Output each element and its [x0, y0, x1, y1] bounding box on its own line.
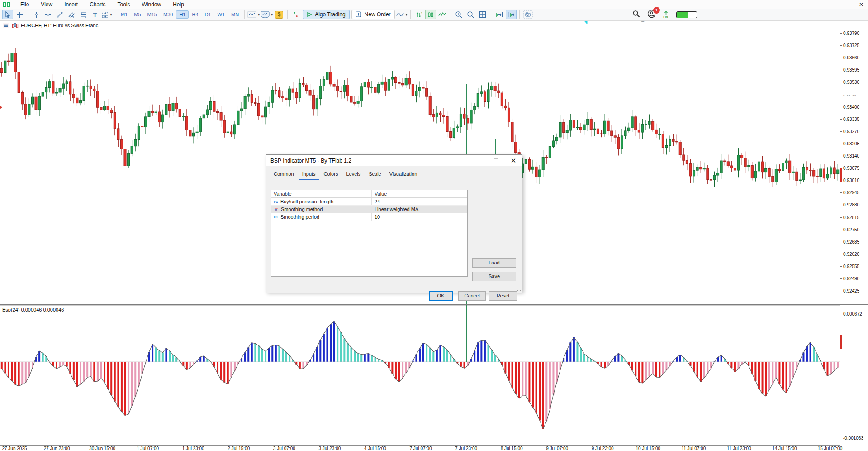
- param-value[interactable]: 10: [372, 214, 467, 220]
- crosshair-icon[interactable]: [14, 10, 25, 19]
- horizontal-line-tool-icon[interactable]: [43, 10, 53, 19]
- price-axis-label: 0.92620: [843, 251, 859, 256]
- mt5-window: FileViewInsertChartsToolsWindowHelp – ✕: [0, 0, 868, 451]
- timeframe-h1[interactable]: H1: [176, 10, 189, 19]
- time-axis-label: 1 Jul 07:00: [137, 446, 159, 451]
- table-row[interactable]: 01Smoothing period10: [271, 213, 467, 221]
- close-icon[interactable]: ✕: [856, 1, 866, 8]
- menu-item-insert[interactable]: Insert: [58, 1, 84, 8]
- price-axis-label: 0.93205: [843, 141, 859, 146]
- cursor-icon[interactable]: [2, 10, 13, 19]
- price-axis-label: 0.93660: [843, 55, 859, 60]
- shapes-tool-icon[interactable]: ▾: [101, 10, 112, 19]
- column-header-value: Value: [372, 191, 467, 197]
- indicator-axis-label: -0.001063: [843, 435, 863, 440]
- zoom-in-icon[interactable]: [454, 10, 465, 19]
- chart-line-type-icon[interactable]: ▾: [247, 10, 260, 19]
- fibonacci-tool-icon[interactable]: [78, 10, 89, 19]
- timeframe-m30[interactable]: M30: [160, 10, 176, 19]
- algo-trading-button[interactable]: Algo Trading: [303, 10, 349, 19]
- bsp-histogram[interactable]: [0, 305, 840, 445]
- table-row[interactable]: 01Buy/sell pressure length24: [271, 198, 467, 206]
- window-controls: – ✕: [824, 0, 866, 9]
- price-axis-label: 0.92555: [843, 264, 859, 269]
- ticks-display-icon[interactable]: [437, 10, 448, 19]
- time-axis-label: 27 Jun 2025: [2, 446, 27, 451]
- indicator-panel[interactable]: Bsp(24) 0.000046 0.000046: [0, 304, 840, 445]
- dialog-minimize-icon[interactable]: –: [470, 155, 488, 166]
- save-button[interactable]: Save: [472, 272, 516, 281]
- timeframe-switcher: M1M5M15M30H1H4D1W1MN: [118, 10, 242, 19]
- price-axis[interactable]: 0.937900.937250.936600.935950.93530- -- …: [840, 21, 868, 445]
- param-name: Buy/sell pressure length: [280, 199, 333, 204]
- timeframe-m15[interactable]: M15: [144, 10, 160, 19]
- plus-icon: [356, 11, 362, 18]
- depth-of-market-icon[interactable]: 1: [413, 10, 424, 19]
- search-icon[interactable]: [632, 10, 640, 19]
- dialog-close-icon[interactable]: ✕: [505, 155, 522, 166]
- vertical-line-tool-icon[interactable]: [31, 10, 42, 19]
- price-axis-label: 0.93140: [843, 154, 859, 158]
- menu-item-tools[interactable]: Tools: [112, 1, 136, 8]
- cancel-button[interactable]: Cancel: [458, 291, 486, 301]
- scroll-marker-icon: [0, 106, 2, 109]
- time-axis-label: 7 Jul 07:00: [410, 446, 432, 451]
- time-axis-label: 11 Jul 23:00: [727, 446, 751, 451]
- chart-style-icon[interactable]: ▾: [261, 10, 273, 19]
- param-value[interactable]: 24: [372, 199, 467, 204]
- parameters-table[interactable]: VariableValue 01Buy/sell pressure length…: [271, 190, 468, 277]
- load-button[interactable]: Load: [472, 258, 516, 268]
- trendline-tool-icon[interactable]: [54, 10, 65, 19]
- add-indicator-icon[interactable]: ▾: [396, 10, 408, 19]
- menu-item-help[interactable]: Help: [167, 1, 190, 8]
- menu-item-view[interactable]: View: [35, 1, 58, 8]
- reset-button[interactable]: Reset: [489, 291, 517, 301]
- object-list-icon[interactable]: [3, 23, 9, 28]
- param-value[interactable]: Linear weighted MA: [372, 206, 467, 212]
- tab-scale[interactable]: Scale: [365, 170, 385, 180]
- tab-inputs[interactable]: Inputs: [299, 170, 319, 180]
- tile-windows-icon[interactable]: [477, 10, 488, 19]
- channel-tool-icon[interactable]: [66, 10, 77, 19]
- price-axis-label: 0.93530: [843, 80, 859, 85]
- dialog-title-bar[interactable]: BSP Indicator MT5 - By TFlab 1.2 – ✕: [266, 155, 522, 166]
- scroll-to-end-icon[interactable]: [494, 10, 505, 19]
- timeframe-d1[interactable]: D1: [202, 10, 214, 19]
- minimize-icon[interactable]: –: [824, 1, 834, 8]
- timeframe-mn[interactable]: MN: [228, 10, 242, 19]
- resize-grip[interactable]: [517, 287, 521, 292]
- indicator-value-marker: [840, 335, 842, 349]
- tab-levels[interactable]: Levels: [342, 170, 364, 180]
- timeframe-m5[interactable]: M5: [131, 10, 144, 19]
- dialog-maximize-icon[interactable]: [488, 155, 505, 166]
- menu-item-file[interactable]: File: [14, 1, 35, 8]
- vertical-line-object[interactable]: [466, 305, 467, 362]
- tab-common[interactable]: Common: [270, 170, 298, 180]
- timeframe-h4[interactable]: H4: [189, 10, 201, 19]
- notification-badge[interactable]: 1: [653, 7, 660, 14]
- menu-item-window[interactable]: Window: [136, 1, 167, 8]
- candles-display-icon[interactable]: [425, 10, 436, 19]
- tab-colors[interactable]: Colors: [320, 170, 342, 180]
- zoom-out-icon[interactable]: [465, 10, 476, 19]
- mini-chart-icon[interactable]: [12, 23, 19, 28]
- current-price-marker: [840, 168, 842, 182]
- table-row[interactable]: Smoothing methodLinear weighted MA: [271, 206, 467, 213]
- dialog-tabs: CommonInputsColorsLevelsScaleVisualizati…: [266, 166, 522, 180]
- one-click-trading-icon[interactable]: $: [274, 10, 285, 19]
- text-tool-icon[interactable]: T: [90, 10, 100, 19]
- level-icon[interactable]: LVL: [663, 11, 669, 19]
- new-order-button[interactable]: New Order: [351, 10, 395, 19]
- buy-sell-arrows-icon[interactable]: [290, 10, 301, 19]
- timeframe-m1[interactable]: M1: [118, 10, 131, 19]
- time-axis[interactable]: 27 Jun 202527 Jun 23:0030 Jun 15:001 Jul…: [0, 445, 840, 451]
- screenshot-icon[interactable]: [522, 10, 533, 19]
- ok-button[interactable]: OK: [429, 291, 453, 301]
- timeframe-w1[interactable]: W1: [214, 10, 228, 19]
- account-icon[interactable]: 1: [647, 10, 656, 20]
- chart-shift-icon[interactable]: [506, 10, 517, 19]
- restore-icon[interactable]: [840, 1, 850, 8]
- chevron-down-icon: ▾: [406, 13, 408, 17]
- tab-visualization[interactable]: Visualization: [386, 170, 421, 180]
- menu-item-charts[interactable]: Charts: [84, 1, 111, 8]
